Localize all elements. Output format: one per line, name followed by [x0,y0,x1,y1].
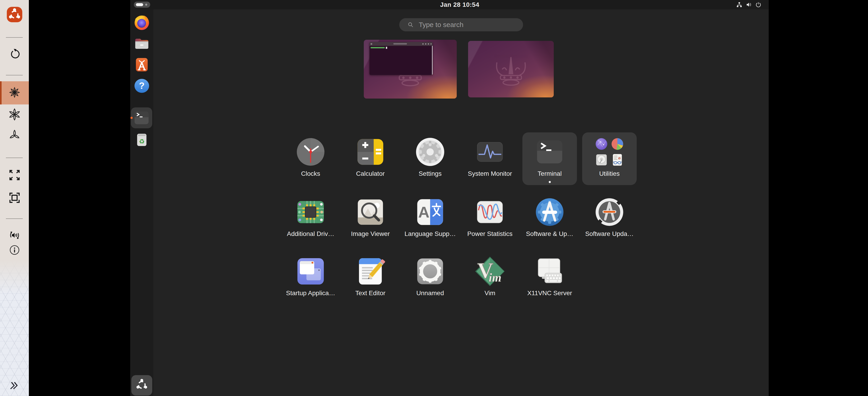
app-label: Power Statistics [467,230,513,237]
usage-sphere-icon [595,137,608,151]
clocks-app-icon [295,136,327,168]
dock-item-terminal[interactable] [131,107,152,128]
terminal-titlebar [369,42,433,46]
app-calculator[interactable]: Calculator [343,132,398,185]
app-label: Image Viewer [351,230,390,237]
startup-applications-app-icon [295,256,327,287]
undo-icon [8,48,21,62]
flower-3-petal-icon [8,129,21,142]
crown-watermark [487,55,535,90]
toolbar-divider [6,37,23,38]
app-software-and-updates[interactable]: Software & Up… [522,193,577,245]
dock-item-help[interactable]: ? [133,77,150,95]
app-settings[interactable]: Settings [403,132,457,185]
app-x11vnc-server[interactable]: X11VNC Server [522,252,577,304]
app-unnamed[interactable]: Unnamed [403,252,457,304]
app-language-support[interactable]: A Language Supp… [403,193,457,245]
app-startup-applications[interactable]: Startup Applica… [283,252,338,304]
system-monitor-app-icon [474,136,506,168]
svg-text:im: im [489,271,501,284]
svg-text:?: ? [139,80,145,91]
show-apps-button[interactable] [131,375,152,396]
app-label: Text Editor [355,290,385,297]
remote-desktop-screen: Jan 28 10:54 [130,0,769,396]
search-placeholder: Type to search [419,21,464,29]
gnome-top-bar: Jan 28 10:54 [130,0,769,9]
workspace-dot [145,4,147,6]
active-workspace-pill [136,3,143,6]
dock-item-trash[interactable]: ♻ [133,131,150,148]
app-system-monitor[interactable]: System Monitor [463,132,517,185]
app-label: Additional Driv… [287,230,335,237]
undo-button[interactable] [0,46,29,64]
tool-flower-8-petal[interactable] [0,84,29,102]
terminal-window-buttons [423,43,432,44]
tool-screenshot-frame[interactable] [0,189,29,207]
software-updater-app-icon [593,196,625,228]
app-software-updater[interactable]: Software Upda… [582,193,637,245]
software-and-updates-app-icon [534,196,565,228]
calculator-app-icon [354,136,386,168]
wired-network-icon[interactable] [736,2,742,8]
tool-fullscreen[interactable] [0,166,29,185]
double-chevron-icon [9,381,20,391]
app-label: Utilities [599,170,620,177]
settings-app-icon [414,136,446,168]
app-vim[interactable]: V im Vim [463,252,517,304]
app-terminal[interactable]: Terminal [522,132,577,185]
text-editor-app-icon [354,256,386,287]
app-running-indicator [549,181,551,183]
app-label: Vim [485,290,495,297]
x11vnc-server-app-icon [534,256,565,287]
app-additional-drivers[interactable]: Additional Driv… [283,193,338,245]
dock-item-firefox[interactable] [133,14,150,31]
utilities-folder-icon [593,136,625,168]
dock-item-ubuntu-software[interactable] [133,56,150,73]
dock: ? ♻ [130,9,153,396]
svg-text:♻: ♻ [139,138,145,145]
app-image-viewer[interactable]: Image Viewer [343,193,398,245]
flower-8-petal-icon [8,86,21,100]
terminal-prompt-line [371,47,385,48]
volume-icon[interactable] [746,2,752,8]
tool-flower-6-petal[interactable] [0,106,29,124]
vim-app-icon: V im [474,256,506,287]
app-label: Software & Up… [526,230,574,237]
terminal-app-icon [534,136,565,168]
host-toolbar [0,0,29,396]
app-clocks[interactable]: Clocks [283,132,338,185]
ubuntu-logo-button[interactable] [0,6,29,24]
workspace-indicator[interactable] [134,2,150,8]
toolbar-divider [6,219,23,219]
search-input[interactable]: Type to search [399,18,523,31]
svg-text:A: A [418,203,430,221]
dock-item-files[interactable] [133,35,150,52]
info-icon [9,245,20,256]
disks-icon [595,153,608,166]
flower-6-petal-icon [8,108,21,122]
workspace-thumbnail-2[interactable] [468,41,554,97]
search-icon [407,22,414,28]
app-folder-utilities[interactable]: Utilities [582,132,637,185]
audio-refresh-icon [8,229,21,243]
app-power-statistics[interactable]: Power Statistics [463,193,517,245]
sidebar-texture [0,260,29,396]
tool-flower-3-petal[interactable] [0,127,29,145]
app-label: Calculator [356,170,385,177]
tool-info[interactable] [0,241,29,260]
terminal-window-thumbnail[interactable] [369,42,433,75]
language-support-app-icon: A [414,196,446,228]
terminal-running-indicator [130,117,133,119]
clock[interactable]: Jan 28 10:54 [426,1,494,8]
app-label: System Monitor [468,170,512,177]
power-icon[interactable] [755,2,762,8]
app-label: Startup Applica… [286,290,335,297]
app-text-editor[interactable]: Text Editor [343,252,398,304]
document-viewer-icon [611,153,624,166]
workspace-thumbnail-1[interactable] [364,40,457,99]
terminal-title-smudge [393,43,407,44]
app-label: Settings [418,170,441,177]
app-label: Clocks [301,170,320,177]
expand-panel-button[interactable] [0,379,29,393]
disk-usage-pie-icon [611,137,624,151]
